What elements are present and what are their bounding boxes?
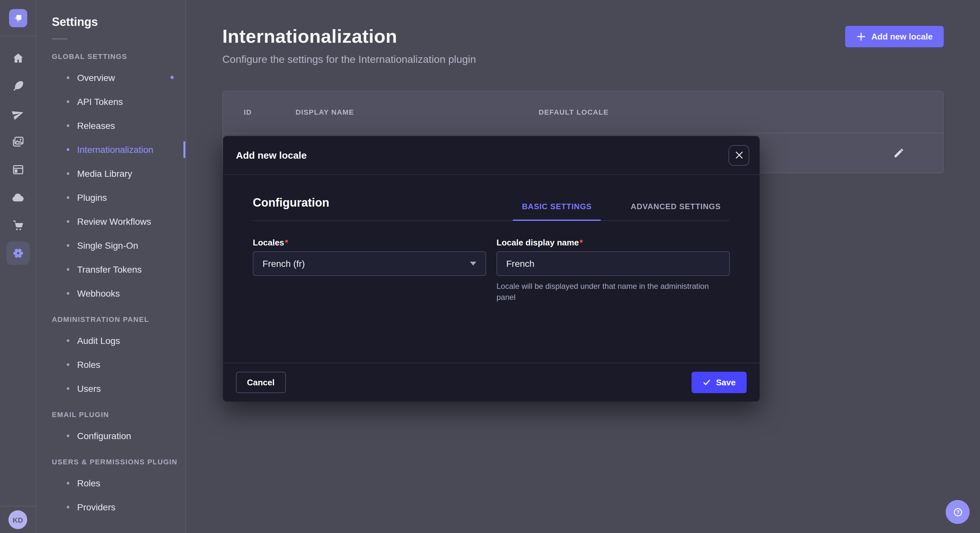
modal-header: Add new locale bbox=[223, 136, 760, 175]
modal-footer: Cancel Save bbox=[223, 363, 760, 401]
locales-label: Locales* bbox=[253, 238, 486, 247]
close-icon[interactable] bbox=[729, 145, 749, 165]
modal-title: Add new locale bbox=[236, 150, 307, 160]
chevron-down-icon bbox=[470, 262, 476, 265]
add-locale-modal: Add new locale Configuration BASIC SETTI… bbox=[223, 136, 760, 401]
locales-select[interactable]: French (fr) bbox=[253, 251, 486, 276]
display-name-input[interactable] bbox=[496, 251, 730, 276]
tab-advanced-settings[interactable]: ADVANCED SETTINGS bbox=[622, 202, 730, 220]
required-asterisk: * bbox=[285, 238, 288, 247]
display-name-hint: Locale will be displayed under that name… bbox=[496, 281, 730, 304]
display-name-label: Locale display name* bbox=[496, 238, 730, 247]
tabs-row: Configuration BASIC SETTINGS ADVANCED SE… bbox=[253, 196, 730, 221]
locales-field-group: Locales* French (fr) bbox=[253, 238, 486, 304]
check-icon bbox=[702, 378, 711, 387]
locales-select-value: French (fr) bbox=[262, 259, 305, 269]
locale-form: Locales* French (fr) Locale display name… bbox=[253, 238, 730, 304]
cancel-button[interactable]: Cancel bbox=[236, 372, 285, 393]
tab-basic-settings[interactable]: BASIC SETTINGS bbox=[513, 202, 601, 220]
settings-tabs: BASIC SETTINGS ADVANCED SETTINGS bbox=[513, 202, 730, 220]
app-window: KD Settings GLOBAL SETTINGS Overview API… bbox=[0, 0, 980, 533]
required-asterisk: * bbox=[579, 238, 583, 247]
save-button[interactable]: Save bbox=[691, 372, 747, 393]
display-name-field-group: Locale display name* Locale will be disp… bbox=[496, 238, 730, 304]
configuration-heading: Configuration bbox=[253, 196, 329, 220]
modal-body: Configuration BASIC SETTINGS ADVANCED SE… bbox=[223, 175, 760, 363]
